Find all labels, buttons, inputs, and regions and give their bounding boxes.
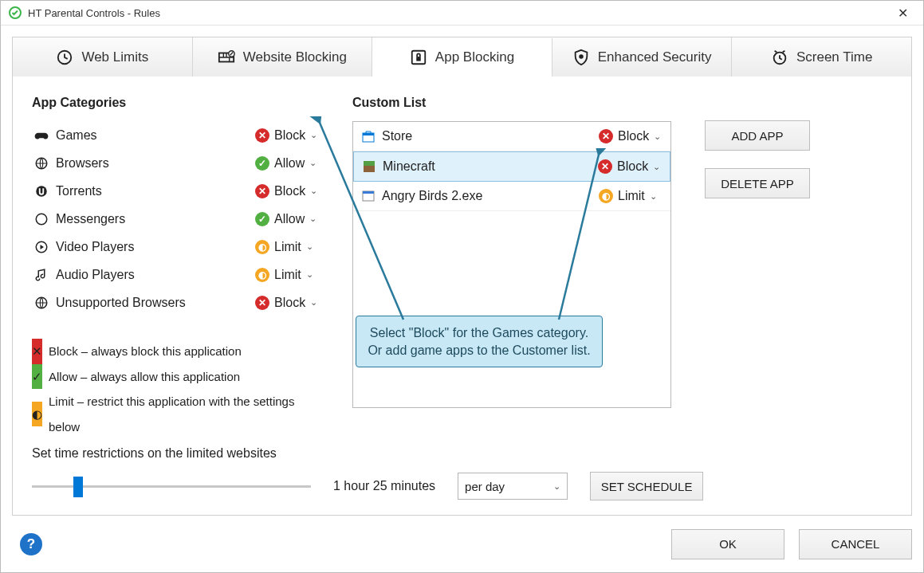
action-label: Block	[274, 296, 305, 310]
legend-block: ✕ Block – always block this application	[32, 339, 319, 364]
button-label: CANCEL	[832, 537, 880, 551]
svg-rect-18	[363, 191, 374, 194]
allow-icon: ✓	[32, 364, 42, 390]
tab-website-blocking[interactable]: Website Blocking	[193, 37, 373, 77]
tab-enhanced-security[interactable]: Enhanced Security	[552, 37, 733, 77]
action-label: Allow	[274, 156, 305, 171]
tabs: Web Limits Website Blocking App Blocking…	[12, 37, 912, 77]
action-label: Block	[274, 128, 305, 143]
category-action-dropdown[interactable]: ◐ Limit ⌄	[255, 268, 319, 282]
store-app-icon	[361, 129, 375, 143]
time-slider[interactable]	[32, 478, 311, 494]
block-icon: ✕	[255, 184, 269, 198]
category-action-dropdown[interactable]: ◐ Limit ⌄	[255, 240, 319, 254]
category-action-dropdown[interactable]: ✕ Block ⌄	[255, 128, 319, 143]
help-button[interactable]: ?	[20, 533, 42, 555]
app-name: Angry Birds 2.exe	[382, 189, 599, 203]
time-unit-select[interactable]: per day ⌄	[458, 473, 568, 500]
action-label: Limit	[274, 240, 301, 254]
list-item[interactable]: Store ✕ Block ⌄	[353, 122, 670, 151]
ok-button[interactable]: OK	[671, 529, 784, 559]
chevron-down-icon: ⌄	[653, 162, 660, 172]
close-icon[interactable]: ✕	[887, 1, 918, 25]
button-label: DELETE APP	[721, 177, 794, 190]
globe-icon	[32, 296, 51, 310]
legend: ✕ Block – always block this application …	[32, 339, 319, 439]
limit-icon: ◐	[255, 240, 269, 254]
tab-web-limits[interactable]: Web Limits	[13, 37, 193, 77]
cancel-button[interactable]: CANCEL	[799, 529, 912, 559]
app-action-dropdown[interactable]: ✕ Block ⌄	[598, 159, 662, 174]
category-row-audio-players: Audio Players ◐ Limit ⌄	[32, 261, 319, 288]
window: HT Parental Controls - Rules ✕ Web Limit…	[0, 0, 924, 573]
category-action-dropdown[interactable]: ✕ Block ⌄	[255, 184, 319, 198]
content-panel: App Categories Games ✕ Block ⌄	[12, 77, 912, 516]
time-restrictions-section: Set time restrictions on the limited web…	[32, 446, 892, 500]
chevron-down-icon: ⌄	[306, 269, 313, 280]
app-categories-section: App Categories Games ✕ Block ⌄	[32, 96, 319, 398]
tab-label: Enhanced Security	[598, 49, 712, 65]
category-action-dropdown[interactable]: ✕ Block ⌄	[255, 296, 319, 310]
allow-icon: ✓	[255, 212, 269, 226]
app-lock-icon	[410, 49, 427, 66]
block-icon: ✕	[32, 339, 42, 364]
slider-thumb[interactable]	[73, 477, 83, 497]
chevron-down-icon: ⌄	[310, 186, 317, 196]
category-row-browsers: Browsers ✓ Allow ⌄	[32, 149, 319, 177]
list-item[interactable]: Angry Birds 2.exe ◐ Limit ⌄	[353, 182, 670, 211]
button-label: ADD APP	[731, 129, 783, 143]
delete-app-button[interactable]: DELETE APP	[705, 168, 810, 198]
categories-title: App Categories	[32, 96, 319, 110]
allow-icon: ✓	[255, 156, 269, 171]
set-schedule-button[interactable]: SET SCHEDULE	[590, 472, 703, 500]
button-label: OK	[719, 537, 737, 551]
legend-text: Block – always block this application	[49, 339, 242, 364]
time-value-text: 1 hour 25 minutes	[333, 479, 435, 493]
footer: ? OK CANCEL	[12, 524, 912, 564]
gamepad-icon	[32, 128, 51, 143]
svg-rect-16	[364, 161, 375, 166]
torrent-icon	[32, 184, 51, 198]
action-label: Limit	[274, 268, 301, 282]
category-name: Torrents	[51, 184, 255, 198]
chevron-down-icon: ⌄	[310, 297, 317, 308]
block-icon: ✕	[598, 159, 612, 174]
category-row-torrents: Torrents ✕ Block ⌄	[32, 177, 319, 205]
app-name: Minecraft	[383, 159, 598, 174]
category-name: Games	[51, 128, 255, 143]
category-action-dropdown[interactable]: ✓ Allow ⌄	[255, 212, 319, 226]
clock-icon	[56, 49, 73, 66]
help-callout: Select "Block" for the Games category. O…	[356, 316, 603, 367]
exe-app-icon	[361, 189, 375, 203]
svg-point-6	[579, 54, 584, 59]
tab-app-blocking[interactable]: App Blocking	[372, 38, 552, 77]
select-value: per day	[465, 480, 505, 493]
category-name: Messengers	[51, 212, 255, 226]
category-row-video-players: Video Players ◐ Limit ⌄	[32, 233, 319, 261]
chevron-down-icon: ⌄	[654, 131, 661, 142]
music-icon	[32, 268, 51, 282]
list-item[interactable]: Minecraft ✕ Block ⌄	[353, 151, 670, 182]
svg-rect-14	[363, 133, 374, 135]
add-app-button[interactable]: ADD APP	[705, 120, 810, 151]
tabs-wrap: Web Limits Website Blocking App Blocking…	[1, 26, 923, 77]
category-name: Browsers	[51, 156, 255, 171]
limit-icon: ◐	[599, 189, 613, 203]
custom-list-title: Custom List	[352, 96, 671, 110]
tab-screen-time[interactable]: Screen Time	[732, 37, 911, 77]
category-row-messengers: Messengers ✓ Allow ⌄	[32, 205, 319, 233]
action-label: Block	[618, 129, 649, 143]
block-icon: ✕	[255, 296, 269, 310]
legend-allow: ✓ Allow – always allow this application	[32, 364, 319, 390]
chevron-down-icon: ⌄	[309, 158, 317, 168]
action-label: Limit	[618, 189, 645, 203]
action-label: Block	[617, 159, 648, 174]
app-name: Store	[382, 129, 599, 143]
time-restrictions-label: Set time restrictions on the limited web…	[32, 446, 892, 461]
category-action-dropdown[interactable]: ✓ Allow ⌄	[255, 156, 319, 171]
legend-text: Allow – always allow this application	[49, 364, 240, 390]
list-actions: ADD APP DELETE APP	[705, 96, 892, 398]
app-action-dropdown[interactable]: ✕ Block ⌄	[599, 129, 663, 143]
app-action-dropdown[interactable]: ◐ Limit ⌄	[599, 189, 663, 203]
chevron-down-icon: ⌄	[650, 191, 657, 202]
